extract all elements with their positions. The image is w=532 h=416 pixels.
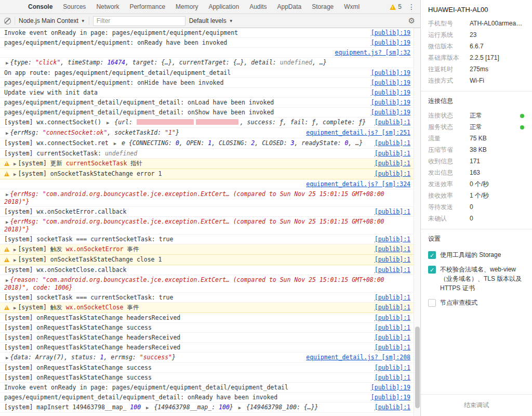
expand-arrow-icon[interactable]: ▶ (4, 219, 10, 225)
warning-icon (4, 305, 9, 310)
source-link[interactable]: [publib]:1 (368, 404, 410, 411)
console-warn-row: ▶[system] onSocketTaskStateChange close … (0, 255, 414, 265)
wechat-devtools-window: ConsoleSourcesNetworkPerformanceMemoryAp… (0, 0, 532, 416)
console-prompt[interactable]: › (0, 413, 414, 416)
gear-icon[interactable]: ⚙ (408, 16, 416, 25)
source-link[interactable]: [publib]:1 (368, 208, 410, 215)
expand-arrow-icon[interactable]: ▶ (12, 172, 18, 177)
source-link[interactable]: [publib]:1 (368, 160, 410, 167)
console-log-row: [system] wx.onSocketError.callback[publi… (0, 207, 414, 217)
device-info-panel: HUAWEI-ATH-AL00 手机型号ATH-AL00armea…运行系统23… (421, 0, 532, 416)
tab-network[interactable]: Network (91, 0, 124, 14)
expand-arrow-icon[interactable]: ▶ (4, 60, 10, 66)
source-link[interactable]: [publib]:19 (365, 89, 410, 96)
scrollbar-thumb[interactable] (415, 327, 420, 408)
expand-arrow-icon[interactable]: ▶ (237, 405, 243, 410)
device-info-row: 往返耗时275ms (421, 63, 532, 75)
info-label: 往返耗时 (428, 65, 470, 74)
source-link[interactable]: [publib]:1 (368, 170, 410, 177)
source-link[interactable]: equipment_detail.js? [sm]:251 (300, 129, 410, 136)
tab-sources[interactable]: Sources (58, 0, 91, 14)
expand-arrow-icon[interactable]: ▶ (12, 305, 18, 310)
source-link[interactable]: [publib]:19 (365, 69, 410, 76)
source-link[interactable]: [publib]:1 (368, 150, 410, 157)
info-value: 1 个/秒 (470, 191, 489, 200)
expand-arrow-icon[interactable]: ▶ (4, 192, 10, 197)
info-value: 0 个/秒 (470, 180, 489, 189)
checkbox-unchecked[interactable] (428, 299, 436, 307)
source-link[interactable]: [publib]:1 (368, 364, 410, 371)
source-link[interactable]: equipment_detail.js? [sm]:208 (300, 354, 410, 361)
console-log-row: [system] mapInsert 149463798__map_ 100 ▶… (0, 402, 414, 413)
section-title-settings: 设置 (421, 229, 532, 248)
source-link[interactable]: [publib]:1 (368, 245, 410, 253)
connection-info-row: 收到信息171 (421, 155, 532, 167)
source-link[interactable]: [publib]:1 (368, 344, 410, 351)
source-link[interactable]: [publib]:19 (365, 109, 410, 116)
log-level-selector[interactable]: Default levels ▼ (189, 17, 233, 24)
source-link[interactable]: [publib]:1 (368, 236, 410, 243)
source-link[interactable]: [publib]:19 (365, 39, 410, 46)
settings-checkbox-row[interactable]: ✓使用工具端的 Storage (421, 248, 532, 262)
source-link[interactable]: [publib]:1 (368, 374, 410, 381)
tab-memory[interactable]: Memory (170, 0, 203, 14)
scrollbar[interactable] (414, 28, 420, 416)
source-link[interactable]: [publib]:1 (368, 119, 410, 126)
tab-application[interactable]: Application (203, 0, 244, 14)
expand-arrow-icon[interactable]: ▶ (12, 247, 18, 252)
clear-console-icon[interactable] (4, 18, 11, 24)
settings-checkbox-row[interactable]: 节点审查模式 (421, 295, 532, 310)
expand-arrow-icon[interactable]: ▶ (105, 120, 111, 125)
console-log-row: [system] socketTask === currentSocketTas… (0, 235, 414, 244)
filter-input[interactable] (93, 16, 185, 26)
source-link[interactable]: [publib]:19 (365, 99, 410, 106)
tab-wxml[interactable]: Wxml (339, 0, 365, 14)
log-message: [system] wx.onSocketError.callback (4, 208, 368, 215)
source-link[interactable]: equipment.js? [sm]:32 (329, 49, 410, 56)
info-label: 接收效率 (428, 191, 470, 200)
expand-arrow-icon[interactable]: ▶ (12, 257, 18, 263)
expand-arrow-icon[interactable]: ▶ (4, 278, 10, 283)
source-link[interactable]: [publib]:1 (368, 324, 410, 331)
source-link[interactable]: [publib]:1 (368, 266, 410, 274)
source-link[interactable]: [publib]:19 (365, 79, 410, 86)
console-log-row: [system] onRequestTaskStateChange succes… (0, 373, 414, 383)
expand-arrow-icon[interactable]: ▶ (4, 355, 10, 360)
checkbox-checked[interactable]: ✓ (428, 266, 436, 274)
tab-storage[interactable]: Storage (307, 0, 339, 14)
prompt-chevron-icon: › (4, 414, 8, 416)
tab-appdata[interactable]: AppData (272, 0, 307, 14)
source-link[interactable]: equipment_detail.js? [sm]:324 (300, 180, 410, 188)
source-link[interactable]: [publib]:1 (368, 334, 410, 341)
expand-arrow-icon[interactable]: ▶ (144, 405, 150, 410)
source-link[interactable]: [publib]:1 (368, 139, 410, 147)
expand-arrow-icon[interactable]: ▶ (4, 131, 10, 136)
tab-audits[interactable]: Audits (244, 0, 272, 14)
end-debug-button[interactable]: 结束调试 (421, 394, 532, 416)
connection-info-row: 连接状态正常 (421, 110, 532, 121)
source-link[interactable]: [publib]:1 (368, 256, 410, 263)
tab-performance[interactable]: Performance (124, 0, 170, 14)
console-warning-badge[interactable]: 5 (390, 3, 408, 10)
execution-context-selector[interactable]: Node.js Main Context ▼ (19, 17, 85, 24)
connection-info-row: 未确认0 (421, 213, 532, 224)
settings-checkbox-row[interactable]: ✓不校验合法域名、web-view（业务域名）、TLS 版本以及 HTTPS 证… (421, 262, 532, 295)
console-log-row: [system] onRequestTaskStateChange succes… (0, 323, 414, 333)
checkbox-checked[interactable]: ✓ (428, 251, 436, 259)
source-link[interactable]: [publib]:1 (368, 294, 410, 301)
source-link[interactable]: [publib]:19 (365, 29, 410, 36)
tab-console[interactable]: Console (23, 0, 58, 14)
info-label: 发送效率 (428, 180, 470, 189)
kebab-menu-icon[interactable]: ⋮ (408, 3, 420, 11)
expand-arrow-icon[interactable]: ▶ (112, 141, 118, 146)
console-log-row: ▶{reason: "com.android.org.bouncycastle.… (0, 275, 414, 293)
settings-checkboxes: ✓使用工具端的 Storage✓不校验合法域名、web-view（业务域名）、T… (421, 248, 532, 310)
source-link[interactable]: [publib]:19 (365, 384, 410, 391)
log-message: [system] socketTask === currentSocketTas… (4, 236, 368, 243)
source-link[interactable]: [publib]:19 (365, 394, 410, 401)
source-link[interactable]: [publib]:1 (368, 314, 410, 321)
source-link[interactable]: [publib]:1 (368, 304, 410, 311)
expand-arrow-icon[interactable]: ▶ (12, 161, 18, 166)
log-message: [system] currentSocketTask: undefined (4, 150, 368, 157)
log-message: pages/equipment/equipment_detail/equipme… (4, 394, 365, 401)
